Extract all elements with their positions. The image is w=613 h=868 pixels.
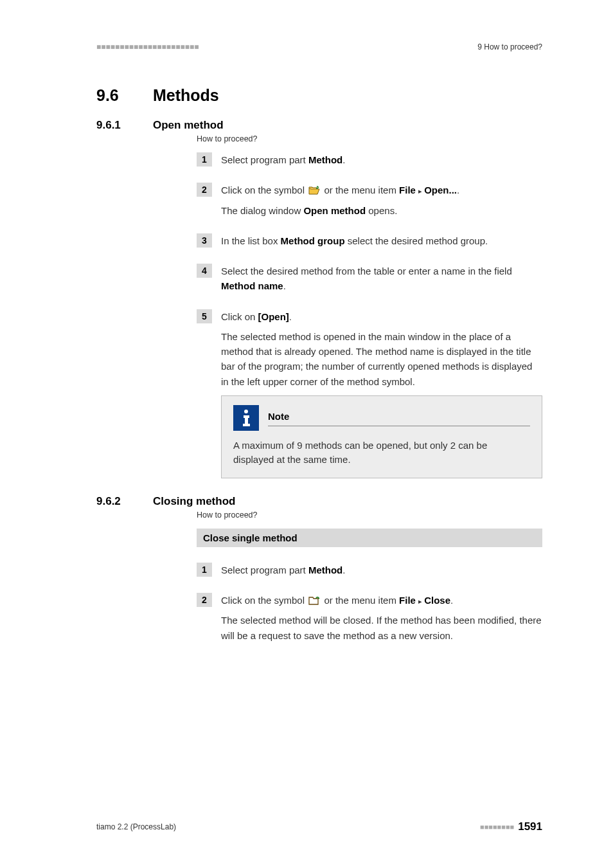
text: . (450, 595, 453, 606)
page-footer: tiamo 2.2 (ProcessLab) ■■■■■■■■ 1591 (96, 820, 542, 833)
step-body: Click on [Open]. The selected method is … (221, 309, 542, 478)
subsection-heading-2: 9.6.2 Closing method (96, 495, 542, 508)
bold-open-button: [Open] (258, 311, 289, 322)
text: opens. (366, 205, 397, 216)
step-1-1: 1 Select program part Method. (197, 152, 542, 167)
close-folder-icon (308, 596, 320, 606)
text: or the menu item (324, 185, 399, 195)
text: . (342, 565, 345, 575)
step-1-4: 4 Select the desired method from the tab… (197, 264, 542, 294)
step-1-3: 3 In the list box Method group select th… (197, 233, 542, 248)
step-1-5: 5 Click on [Open]. The selected method i… (197, 309, 542, 478)
info-icon (233, 405, 259, 431)
bold-method-name: Method name (221, 280, 283, 291)
header-ticks-left: ■■■■■■■■■■■■■■■■■■■■■■ (96, 42, 199, 51)
note-box: Note A maximum of 9 methods can be opene… (221, 395, 542, 478)
section-title: Methods (153, 86, 219, 105)
bold-method-group: Method group (281, 235, 345, 246)
text: . (289, 311, 292, 322)
step-number: 5 (197, 309, 212, 323)
menu-separator-icon: ▸ (418, 597, 424, 605)
text: Click on the symbol (221, 185, 307, 195)
paragraph: The selected method will be closed. If t… (221, 613, 542, 643)
menu-close: Close (424, 595, 450, 606)
section-heading: 9.6 Methods (96, 86, 542, 105)
menu-file: File (399, 595, 416, 606)
text: . (457, 185, 459, 195)
text: or the menu item (324, 595, 399, 606)
text: Select the desired method from the table… (221, 266, 512, 276)
subsection-title-1: Open method (153, 119, 224, 132)
text: Select program part (221, 565, 308, 575)
step-body: Select the desired method from the table… (221, 264, 542, 294)
step-number: 1 (197, 563, 212, 577)
subsection-number-2: 9.6.2 (96, 495, 153, 508)
step-number: 1 (197, 152, 212, 167)
open-folder-icon (308, 186, 320, 195)
menu-open: Open... (424, 185, 457, 195)
text: select the desired method group. (345, 235, 488, 246)
text: Click on (221, 311, 258, 322)
subsection-hint-2: How to proceed? (197, 511, 542, 520)
step-2-1: 1 Select program part Method. (197, 563, 542, 577)
step-body: Click on the symbol or the menu item Fil… (221, 183, 459, 218)
step-body: Select program part Method. (221, 152, 345, 167)
step-body: In the list box Method group select the … (221, 233, 488, 248)
procedure-header: Close single method (197, 529, 542, 547)
text: . (342, 154, 345, 165)
text: Select program part (221, 154, 308, 165)
note-text: A maximum of 9 methods can be opened, bu… (233, 439, 530, 467)
section-number: 9.6 (96, 86, 153, 105)
bold-method: Method (308, 154, 342, 165)
bold-method: Method (308, 565, 342, 575)
step-body: Click on the symbol or the menu item Fil… (221, 593, 542, 643)
text: Click on the symbol (221, 595, 307, 606)
step-number: 2 (197, 183, 212, 197)
page: ■■■■■■■■■■■■■■■■■■■■■■ 9 How to proceed?… (0, 0, 613, 868)
text: In the list box (221, 235, 281, 246)
step-body: Select program part Method. (221, 563, 345, 577)
footer-ticks: ■■■■■■■■ (480, 823, 514, 831)
step-1-2: 2 Click on the symbol or the menu item F… (197, 183, 542, 218)
step-number: 3 (197, 233, 212, 248)
svg-point-0 (244, 410, 248, 413)
text: . (283, 280, 286, 291)
footer-product: tiamo 2.2 (ProcessLab) (96, 822, 176, 831)
footer-right: ■■■■■■■■ 1591 (480, 820, 542, 833)
text: The dialog window (221, 205, 303, 216)
page-header: ■■■■■■■■■■■■■■■■■■■■■■ 9 How to proceed? (96, 42, 542, 51)
note-label-wrap: Note (268, 409, 530, 426)
menu-separator-icon: ▸ (418, 187, 424, 195)
footer-page-number: 1591 (518, 820, 542, 833)
note-head: Note (233, 405, 530, 431)
step-number: 4 (197, 264, 212, 278)
subsection-heading-1: 9.6.1 Open method (96, 119, 542, 132)
paragraph: The selected method is opened in the mai… (221, 329, 542, 389)
step-number: 2 (197, 593, 212, 607)
menu-file: File (399, 185, 416, 195)
step-2-2: 2 Click on the symbol or the menu item F… (197, 593, 542, 643)
svg-rect-3 (243, 424, 250, 426)
subsection-number-1: 9.6.1 (96, 119, 153, 132)
note-label: Note (268, 409, 530, 426)
header-section-label: 9 How to proceed? (477, 42, 542, 51)
subsection-hint-1: How to proceed? (197, 134, 542, 143)
dialog-name: Open method (303, 205, 366, 216)
subsection-title-2: Closing method (153, 495, 235, 508)
